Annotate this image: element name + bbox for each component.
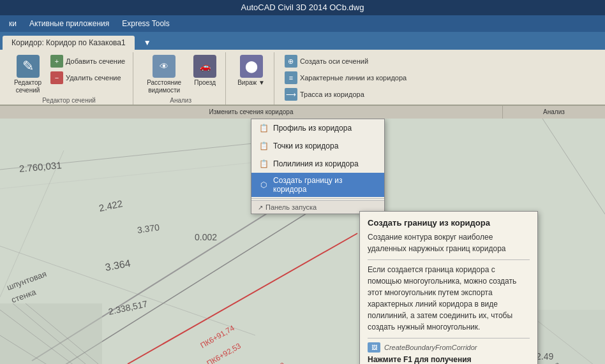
distance-label: Расстояние видимости bbox=[145, 79, 183, 94]
tooltip-divider1 bbox=[368, 259, 530, 260]
polyline-label: Полилиния из коридора bbox=[273, 159, 359, 168]
drive-btn[interactable]: 🚗 Проезд bbox=[190, 54, 220, 88]
remove-section-btn[interactable]: − Удалить сечение bbox=[48, 70, 128, 85]
dropdown-separator bbox=[251, 198, 384, 199]
tooltip-desc: Создание контура вокруг наиболее удаленн… bbox=[368, 231, 530, 254]
trassa-btn[interactable]: ⟶ Трасса из коридора bbox=[282, 87, 409, 102]
drawing-area: 2.760,031 2.422 3.370 0.002 3.364 шпунто… bbox=[0, 119, 605, 364]
section-analysis: Анализ bbox=[503, 106, 605, 119]
polyline-icon: 📋 bbox=[258, 158, 269, 170]
map-label-249: 2.49 bbox=[536, 351, 553, 361]
dropdown-profile[interactable]: 📋 Профиль из коридора bbox=[251, 119, 384, 137]
ribbon-panel: ✎ Редакторсечений + Добавить сечение − У… bbox=[0, 50, 605, 106]
remove-section-icon: − bbox=[50, 71, 63, 84]
tooltip-cmd-text: CreateBoundaryFromCorridor bbox=[384, 344, 477, 351]
char-lines-btn[interactable]: ≡ Характерные линии из коридора bbox=[282, 70, 409, 85]
boundary-icon: ⬡ bbox=[258, 179, 269, 191]
tooltip-f1: Нажмите F1 для получения дополнительной … bbox=[368, 355, 530, 364]
trassa-label: Трасса из коридора bbox=[300, 91, 364, 98]
remove-section-label: Удалить сечение bbox=[66, 74, 121, 82]
profile-icon: 📋 bbox=[258, 122, 269, 134]
virazh-label: Вираж ▼ bbox=[237, 79, 265, 87]
title-bar: AutoCAD Civil 3D 2014 OCb.dwg bbox=[0, 0, 605, 15]
add-section-btn[interactable]: + Добавить сечение bbox=[48, 54, 128, 69]
corridor-tools-buttons: ⊕ Создать оси сечений ≡ Характерные лини… bbox=[282, 52, 409, 105]
map-label-4: 0.002 bbox=[195, 232, 217, 242]
points-icon: 📋 bbox=[258, 140, 269, 152]
panel-launch-label: Панель запуска bbox=[265, 203, 317, 211]
menu-item-active-apps[interactable]: Активные приложения bbox=[23, 17, 116, 30]
menu-bar: ки Активные приложения Express Tools bbox=[0, 15, 605, 32]
ribbon-group-corridor-tools: ⊕ Создать оси сечений ≡ Характерные лини… bbox=[277, 52, 414, 105]
tooltip-title: Создать границу из коридора bbox=[368, 218, 530, 228]
virazh-buttons: ⬤ Вираж ▼ bbox=[234, 52, 269, 105]
create-axes-btn[interactable]: ⊕ Создать оси сечений bbox=[282, 54, 409, 69]
svg-line-7 bbox=[542, 119, 605, 214]
tooltip: Создать границу из коридора Создание кон… bbox=[359, 211, 538, 364]
dropdown-polyline[interactable]: 📋 Полилиния из коридора bbox=[251, 155, 384, 173]
add-section-icon: + bbox=[50, 55, 63, 68]
distance-btn[interactable]: 👁 Расстояние видимости bbox=[141, 54, 187, 96]
create-axes-icon: ⊕ bbox=[285, 55, 297, 68]
title-text: AutoCAD Civil 3D 2014 OCb.dwg bbox=[241, 3, 364, 12]
tooltip-cmd-icon: 🖼 bbox=[368, 342, 380, 353]
analysis-group-label: Анализ bbox=[170, 96, 191, 105]
svg-line-4 bbox=[128, 233, 357, 364]
tab-corridor[interactable]: Коридор: Коридор по Казакова1 bbox=[3, 36, 135, 50]
ribbon-group-analysis: 👁 Расстояние видимости 🚗 Проезд Анализ bbox=[136, 52, 226, 105]
ribbon-tab-bar: Коридор: Коридор по Казакова1 ▼ bbox=[0, 32, 605, 50]
editor-small-group: + Добавить сечение − Удалить сечение bbox=[48, 54, 128, 85]
section-change-corridor: Изменить сечения коридора bbox=[0, 106, 503, 119]
tooltip-divider2 bbox=[368, 338, 530, 339]
ribbon-extra-btn[interactable]: ▼ bbox=[138, 36, 156, 50]
corridor-small-group: ⊕ Создать оси сечений ≡ Характерные лини… bbox=[282, 54, 409, 102]
boundary-label: Создать границу из коридора bbox=[273, 176, 378, 194]
create-axes-label: Создать оси сечений bbox=[300, 57, 368, 65]
dropdown-menu: 📋 Профиль из коридора 📋 Точки из коридор… bbox=[251, 119, 385, 214]
tooltip-extra: Если создается граница коридора с помощь… bbox=[368, 264, 530, 333]
tooltip-cmd: 🖼 CreateBoundaryFromCorridor bbox=[368, 342, 530, 353]
menu-item-express-tools[interactable]: Express Tools bbox=[116, 17, 176, 30]
editor-buttons: ✎ Редакторсечений + Добавить сечение − У… bbox=[10, 52, 128, 96]
ribbon-group-virazh: ⬤ Вираж ▼ bbox=[228, 52, 274, 105]
analysis-buttons: 👁 Расстояние видимости 🚗 Проезд bbox=[141, 52, 220, 96]
virazh-btn[interactable]: ⬤ Вираж ▼ bbox=[234, 54, 269, 88]
virazh-icon: ⬤ bbox=[240, 55, 263, 78]
arrow-icon: ↗ bbox=[258, 204, 263, 211]
menu-item-ki[interactable]: ки bbox=[3, 17, 23, 30]
editor-label: Редакторсечений bbox=[14, 79, 41, 94]
drive-label: Проезд bbox=[194, 79, 216, 87]
ribbon-group-editor: ✎ Редакторсечений + Добавить сечение − У… bbox=[5, 52, 133, 105]
points-label: Точки из коридора bbox=[273, 142, 338, 150]
trassa-icon: ⟶ bbox=[285, 88, 297, 101]
profile-label: Профиль из коридора bbox=[273, 124, 352, 133]
char-lines-label: Характерные линии из коридора bbox=[300, 74, 407, 82]
distance-icon: 👁 bbox=[153, 55, 176, 78]
editor-group-label: Редактор сечений bbox=[42, 96, 96, 105]
editor-icon: ✎ bbox=[17, 55, 40, 78]
drive-icon: 🚗 bbox=[193, 55, 216, 78]
svg-rect-9 bbox=[0, 303, 102, 364]
dropdown-boundary[interactable]: ⬡ Создать границу из коридора bbox=[251, 173, 384, 197]
add-section-label: Добавить сечение bbox=[66, 57, 125, 65]
dropdown-points[interactable]: 📋 Точки из коридора bbox=[251, 137, 384, 155]
ribbon-section-bar: Изменить сечения коридора Анализ bbox=[0, 106, 605, 119]
editor-large-btn[interactable]: ✎ Редакторсечений bbox=[10, 54, 45, 96]
char-lines-icon: ≡ bbox=[285, 71, 297, 84]
